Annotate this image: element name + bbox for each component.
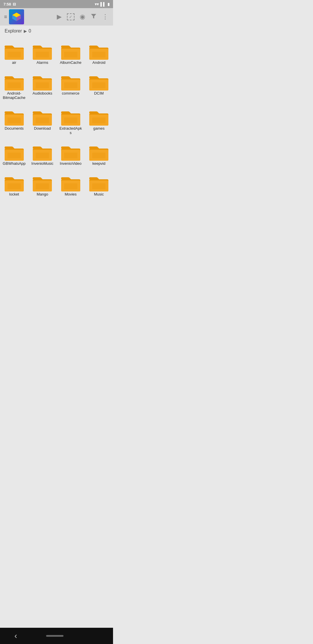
- folder-music[interactable]: Music: [85, 171, 113, 202]
- breadcrumb-arrow: ▶: [24, 29, 27, 33]
- status-left: 7:58 ⊟: [3, 2, 16, 6]
- filter-button[interactable]: [90, 13, 97, 21]
- folder-icon: [4, 144, 24, 161]
- svg-marker-4: [91, 14, 96, 19]
- wifi-icon: ▾▾: [95, 2, 99, 6]
- folder-android[interactable]: Android: [85, 39, 113, 70]
- svg-rect-34: [36, 117, 49, 123]
- folder-label: InvenioMusic: [31, 161, 53, 166]
- app-bar: ≡ ▶ ✓ ◉ ⋮: [0, 8, 113, 26]
- svg-rect-64: [92, 183, 105, 189]
- folder-movies[interactable]: Movies: [57, 171, 85, 202]
- folder-air[interactable]: air: [0, 39, 28, 70]
- svg-rect-10: [36, 52, 49, 57]
- svg-rect-52: [92, 153, 105, 158]
- folder-icon: [4, 74, 24, 91]
- select-button[interactable]: ✓: [67, 13, 74, 20]
- more-button[interactable]: ⋮: [102, 13, 108, 21]
- svg-rect-16: [92, 52, 105, 57]
- svg-rect-22: [36, 82, 49, 88]
- folder-locket[interactable]: locket: [0, 171, 28, 202]
- menu-icon[interactable]: ≡: [2, 14, 9, 20]
- folder-label: locket: [9, 192, 19, 197]
- signal-icon: ▌▌: [101, 2, 106, 6]
- folder-mango[interactable]: Mango: [28, 171, 57, 202]
- svg-rect-25: [64, 82, 77, 88]
- folder-extractedapks[interactable]: ExtractedApks: [57, 105, 85, 140]
- folder-icon: [4, 44, 24, 60]
- svg-rect-58: [36, 183, 49, 189]
- logo-cube-icon: [11, 12, 22, 22]
- folder-icon: [32, 74, 52, 91]
- folder-label: AlbumCache: [60, 60, 81, 65]
- battery-icon: ▮: [108, 2, 110, 6]
- svg-rect-40: [92, 117, 105, 123]
- folder-dcim[interactable]: DCIM: [85, 70, 113, 105]
- folder-icon: [89, 44, 109, 60]
- status-bar: 7:58 ⊟ ▾▾ ▌▌ ▮: [0, 0, 113, 8]
- folder-icon: [32, 175, 52, 192]
- folder-games[interactable]: games: [85, 105, 113, 140]
- folder-label: keepvid: [92, 161, 105, 166]
- folder-documents[interactable]: Documents: [0, 105, 28, 140]
- folder-label: commerce: [62, 91, 79, 96]
- folder-label: Alarms: [37, 60, 48, 65]
- screenshot-icon: ⊟: [13, 2, 16, 6]
- view-button[interactable]: ◉: [80, 13, 85, 21]
- folder-download[interactable]: Download: [28, 105, 57, 140]
- svg-rect-49: [64, 153, 77, 158]
- svg-rect-31: [8, 117, 21, 123]
- svg-rect-13: [64, 52, 77, 57]
- folder-icon: [89, 74, 109, 91]
- app-logo[interactable]: [9, 9, 24, 24]
- breadcrumb: Explorer ▶ 0: [0, 26, 113, 37]
- folder-icon: [32, 44, 52, 60]
- folder-icon: [61, 109, 81, 126]
- folder-alarms[interactable]: Alarms: [28, 39, 57, 70]
- status-time: 7:58: [3, 2, 11, 6]
- folder-android-bitmapcache[interactable]: Android-BitmapCache: [0, 70, 28, 105]
- folder-label: Download: [34, 126, 51, 131]
- svg-rect-28: [92, 82, 105, 88]
- folder-label: Android: [92, 60, 105, 65]
- folder-icon: [32, 144, 52, 161]
- svg-rect-37: [64, 117, 77, 123]
- folder-inveniomusic[interactable]: InvenioMusic: [28, 140, 57, 171]
- folder-audiobooks[interactable]: Audiobooks: [28, 70, 57, 105]
- folder-commerce[interactable]: commerce: [57, 70, 85, 105]
- folder-icon: [89, 144, 109, 161]
- file-grid: air Alarms AlbumCache: [0, 37, 113, 205]
- svg-rect-7: [8, 52, 21, 57]
- folder-label: air: [12, 60, 16, 65]
- folder-icon: [89, 175, 109, 192]
- folder-label: GBWhatsApp: [3, 161, 26, 166]
- folder-icon: [89, 109, 109, 126]
- folder-label: Android-BitmapCache: [3, 91, 26, 100]
- folder-label: Documents: [5, 126, 24, 131]
- filter-icon: [90, 13, 97, 19]
- folder-label: Movies: [65, 192, 77, 197]
- folder-label: DCIM: [94, 91, 104, 96]
- status-right: ▾▾ ▌▌ ▮: [95, 2, 110, 6]
- svg-rect-43: [8, 153, 21, 158]
- folder-label: InvenioVideo: [60, 161, 81, 166]
- folder-keepvid[interactable]: keepvid: [85, 140, 113, 171]
- folder-label: Audiobooks: [32, 91, 52, 96]
- play-button[interactable]: ▶: [57, 13, 62, 21]
- folder-gbwhatsapp[interactable]: GBWhatsApp: [0, 140, 28, 171]
- folder-label: Mango: [37, 192, 48, 197]
- breadcrumb-current: 0: [29, 28, 31, 34]
- folder-icon: [4, 109, 24, 126]
- folder-icon: [61, 44, 81, 60]
- folder-albumcache[interactable]: AlbumCache: [57, 39, 85, 70]
- svg-rect-19: [8, 82, 21, 88]
- folder-icon: [61, 175, 81, 192]
- folder-label: games: [93, 126, 105, 131]
- breadcrumb-root[interactable]: Explorer: [5, 28, 22, 34]
- svg-rect-46: [36, 153, 49, 158]
- folder-icon: [32, 109, 52, 126]
- svg-rect-61: [64, 183, 77, 189]
- folder-icon: [61, 74, 81, 91]
- folder-icon: [61, 144, 81, 161]
- folder-inveniovideo[interactable]: InvenioVideo: [57, 140, 85, 171]
